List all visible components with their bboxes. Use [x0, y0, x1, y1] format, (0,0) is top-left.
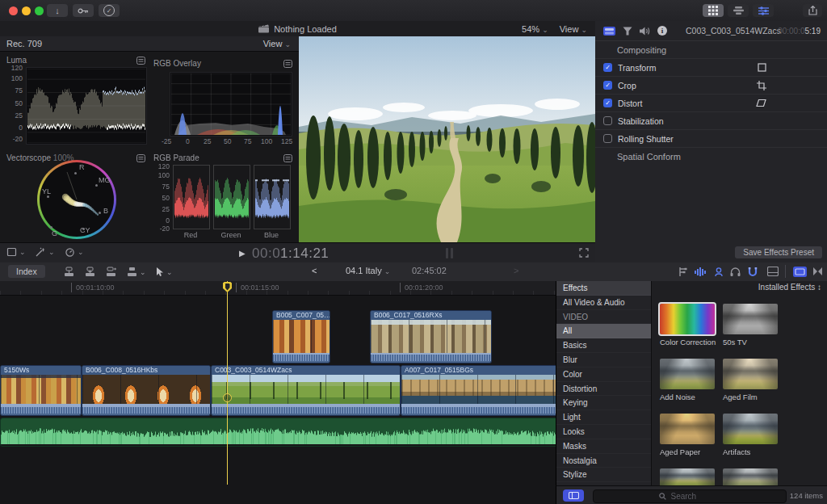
playhead-timecode[interactable]: 00:01:14:21: [252, 246, 329, 262]
append-edit-button[interactable]: [105, 267, 117, 277]
save-effects-preset-button[interactable]: Save Effects Preset: [735, 246, 822, 258]
installed-effects-menu[interactable]: Installed Effects ↕: [758, 283, 821, 292]
chevron-down-icon[interactable]: ⌄: [140, 269, 146, 276]
distort-icon[interactable]: [756, 99, 766, 107]
rolling-shutter-checkbox[interactable]: [603, 134, 612, 143]
row-crop[interactable]: ✓ Crop: [595, 77, 827, 94]
row-transform[interactable]: ✓ Transform: [595, 59, 827, 77]
scope-settings-icon[interactable]: [283, 60, 292, 68]
viewer-canvas[interactable]: [299, 36, 595, 242]
scope-settings-icon[interactable]: [136, 57, 145, 65]
parade-tick: 0: [152, 216, 170, 225]
category-masks[interactable]: Masks: [556, 439, 651, 454]
effect-aged-paper[interactable]: [660, 414, 715, 444]
distort-checkbox[interactable]: ✓: [603, 99, 612, 107]
primary-clip[interactable]: B006_C008_0516HKbs: [82, 365, 211, 416]
category-all[interactable]: All: [556, 324, 651, 338]
stabilization-checkbox[interactable]: [603, 116, 612, 125]
effect-label: Color Correction: [660, 338, 716, 346]
scope-settings-icon[interactable]: [136, 154, 145, 162]
next-timeline-button[interactable]: >: [514, 266, 518, 275]
play-button[interactable]: ▶: [239, 249, 246, 258]
primary-clip[interactable]: 5150Ws: [0, 365, 82, 416]
grid-icon: [708, 6, 718, 15]
category-color[interactable]: Color: [556, 368, 651, 382]
close-window-button[interactable]: [9, 6, 18, 15]
category-blur[interactable]: Blur: [556, 353, 651, 368]
row-distort[interactable]: ✓ Distort: [595, 94, 827, 112]
headphones-icon[interactable]: [730, 267, 741, 277]
expand-viewer-icon[interactable]: [579, 248, 589, 258]
effects-search-field[interactable]: [593, 489, 787, 503]
effect-50s-tv[interactable]: [723, 304, 778, 334]
media-browser-toggle-button[interactable]: [563, 489, 584, 502]
connected-clip[interactable]: B006_C017_0516RXs: [370, 310, 492, 363]
connect-edit-button[interactable]: [63, 267, 75, 277]
overwrite-edit-button[interactable]: [126, 267, 138, 277]
audio-meter-right[interactable]: [451, 248, 453, 258]
tab-info-inspector[interactable]: i: [657, 26, 667, 36]
previous-timeline-button[interactable]: <: [312, 266, 317, 275]
viewer-transform-menu[interactable]: ⌄: [6, 247, 26, 257]
snapping-toggle[interactable]: [748, 267, 758, 277]
effect-partial[interactable]: [723, 468, 778, 485]
playhead[interactable]: [227, 281, 228, 485]
category-basics[interactable]: Basics: [556, 338, 651, 353]
keywords-button[interactable]: [73, 4, 94, 17]
index-button[interactable]: Index: [8, 265, 45, 278]
zoom-window-button[interactable]: [35, 6, 44, 15]
parade-tick: -20: [152, 225, 170, 233]
insert-edit-button[interactable]: [84, 267, 96, 277]
viewer-zoom-menu[interactable]: 54% ⌄: [522, 24, 548, 34]
viewer-retime-menu[interactable]: ⌄: [65, 247, 84, 257]
category-all-video-audio[interactable]: All Video & Audio: [556, 296, 651, 310]
search-input[interactable]: [670, 491, 721, 502]
browser-toggle-button[interactable]: [703, 4, 724, 17]
viewer-effects-menu[interactable]: ⌄: [36, 247, 55, 257]
scope-settings-icon[interactable]: [283, 154, 292, 162]
category-nostalgia[interactable]: Nostalgia: [556, 454, 651, 468]
crop-icon[interactable]: [757, 81, 766, 90]
solo-toggle[interactable]: [714, 267, 724, 277]
category-keying[interactable]: Keying: [556, 396, 651, 410]
share-button[interactable]: [803, 4, 822, 17]
minimize-window-button[interactable]: [22, 6, 31, 15]
tab-audio-inspector[interactable]: [640, 27, 650, 36]
row-stabilization[interactable]: Stabilization: [595, 112, 827, 130]
crop-checkbox[interactable]: ✓: [603, 81, 612, 90]
viewer-view-menu[interactable]: View ⌄: [560, 24, 587, 34]
timeline-toggle-button[interactable]: [728, 4, 749, 17]
timeline-toolbar: Index ⌄ ⌄ < 04.1 Italy ⌄ 02:45:02 >: [0, 262, 827, 282]
category-stylize[interactable]: Stylize: [556, 468, 651, 482]
effects-browser-toggle[interactable]: [793, 267, 807, 277]
row-rolling-shutter[interactable]: Rolling Shutter: [595, 130, 827, 148]
inspector-toggle-button[interactable]: [753, 4, 774, 17]
tab-video-inspector[interactable]: [603, 27, 615, 36]
effect-color-correction[interactable]: [660, 304, 715, 334]
category-looks[interactable]: Looks: [556, 425, 651, 439]
transitions-browser-toggle[interactable]: [812, 267, 823, 276]
category-light[interactable]: Light: [556, 410, 651, 425]
transform-icon[interactable]: [758, 63, 766, 72]
playhead-handle[interactable]: [223, 393, 232, 402]
connected-clip[interactable]: B005_C007_05…: [272, 310, 330, 363]
effect-add-noise[interactable]: [660, 359, 715, 389]
audio-meter-left[interactable]: [446, 248, 448, 258]
effect-artifacts[interactable]: [723, 414, 778, 444]
clip-appearance-menu[interactable]: [767, 267, 779, 276]
transform-checkbox[interactable]: ✓: [603, 63, 612, 72]
effect-aged-film[interactable]: [723, 359, 778, 389]
tools-menu[interactable]: [155, 267, 164, 277]
timeline-history-menu[interactable]: 04.1 Italy ⌄: [346, 266, 390, 275]
music-clip[interactable]: [0, 418, 597, 447]
effect-partial[interactable]: [660, 468, 715, 485]
scopes-view-menu[interactable]: View ⌄: [263, 39, 291, 48]
background-tasks-button[interactable]: ✓: [99, 4, 120, 17]
primary-clip-selected[interactable]: C003_C003_0514WZacs: [211, 365, 401, 416]
tab-color-inspector[interactable]: [623, 27, 632, 36]
skimming-toggle[interactable]: [677, 267, 688, 277]
import-media-button[interactable]: ↓: [47, 4, 68, 17]
chevron-down-icon[interactable]: ⌄: [166, 269, 173, 276]
category-distortion[interactable]: Distortion: [556, 382, 651, 397]
audio-skimming-toggle[interactable]: [695, 267, 707, 277]
